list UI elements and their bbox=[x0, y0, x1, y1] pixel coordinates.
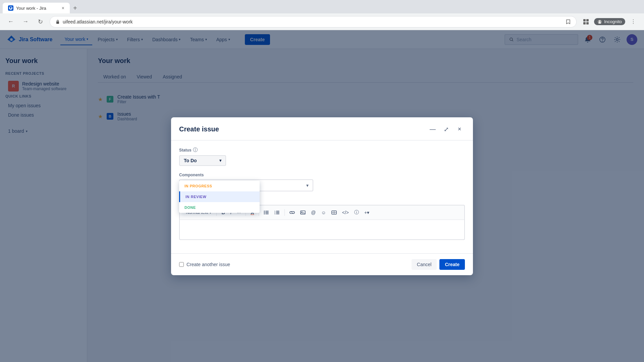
address-bar[interactable]: uifeed.atlassian.net/jira/your-work bbox=[50, 16, 577, 27]
svg-rect-16 bbox=[265, 212, 269, 213]
modal-header-actions: — ⤢ × bbox=[427, 124, 465, 135]
svg-text:3.: 3. bbox=[274, 213, 276, 215]
back-button[interactable]: ← bbox=[5, 16, 16, 27]
modal-title: Create issue bbox=[179, 125, 219, 133]
browser-actions: Incognito ⋮ bbox=[581, 16, 639, 27]
status-value: To Do bbox=[184, 158, 197, 163]
numbered-list-button[interactable]: 1.2.3. bbox=[272, 209, 282, 216]
cancel-button[interactable]: Cancel bbox=[412, 259, 437, 270]
modal-minimize-button[interactable]: — bbox=[427, 124, 438, 135]
svg-rect-20 bbox=[276, 211, 279, 212]
new-tab-button[interactable]: + bbox=[70, 3, 80, 13]
svg-rect-25 bbox=[301, 211, 305, 214]
svg-point-17 bbox=[264, 213, 265, 214]
bookmark-icon[interactable] bbox=[566, 19, 571, 24]
svg-rect-3 bbox=[586, 19, 589, 21]
incognito-label: Incognito bbox=[604, 19, 622, 24]
code-button[interactable]: </> bbox=[340, 208, 351, 217]
table-button[interactable] bbox=[329, 209, 339, 216]
create-another-label[interactable]: Create another issue bbox=[186, 262, 230, 267]
add-more-button[interactable]: +▾ bbox=[362, 208, 371, 217]
create-issue-modal: Create issue — ⤢ × Status ⓘ To Do ▾ bbox=[171, 117, 473, 275]
tab-favicon bbox=[8, 5, 13, 11]
svg-rect-18 bbox=[265, 214, 269, 214]
svg-rect-5 bbox=[586, 22, 589, 24]
incognito-badge: Incognito bbox=[594, 18, 625, 25]
svg-rect-1 bbox=[56, 21, 59, 24]
svg-point-13 bbox=[264, 210, 265, 212]
modal-footer: Create another issue Cancel Create bbox=[171, 253, 473, 275]
done-label: DONE bbox=[184, 205, 196, 209]
status-info-icon: ⓘ bbox=[193, 147, 198, 153]
create-another-input[interactable] bbox=[179, 262, 184, 267]
dropdown-item-in-review[interactable]: IN REVIEW bbox=[179, 191, 260, 202]
browser-tabs: Your work - Jira × + bbox=[0, 0, 644, 13]
tab-close-button[interactable]: × bbox=[62, 5, 64, 11]
modal-expand-button[interactable]: ⤢ bbox=[441, 124, 451, 135]
tab-title: Your work - Jira bbox=[16, 6, 46, 11]
lock-icon bbox=[55, 19, 60, 24]
modal-overlay[interactable]: Create issue — ⤢ × Status ⓘ To Do ▾ bbox=[0, 30, 644, 362]
status-label: Status ⓘ bbox=[179, 147, 465, 153]
svg-point-15 bbox=[264, 212, 265, 213]
components-label: Components bbox=[179, 173, 465, 177]
in-progress-label: IN PROGRESS bbox=[184, 184, 212, 188]
modal-close-button[interactable]: × bbox=[454, 124, 465, 135]
status-field: Status ⓘ To Do ▾ IN PROGRESS IN REVIEW bbox=[179, 147, 465, 166]
modal-footer-actions: Cancel Create bbox=[412, 259, 465, 270]
reload-button[interactable]: ↻ bbox=[35, 16, 46, 27]
svg-rect-22 bbox=[276, 212, 279, 213]
svg-rect-4 bbox=[583, 22, 586, 24]
extensions-button[interactable] bbox=[581, 16, 591, 27]
svg-rect-2 bbox=[583, 19, 586, 21]
address-text: uifeed.atlassian.net/jira/your-work bbox=[63, 19, 133, 24]
components-label-text: Components bbox=[179, 173, 204, 177]
status-dropdown-button[interactable]: To Do ▾ bbox=[179, 155, 226, 166]
modal-header: Create issue — ⤢ × bbox=[171, 117, 473, 140]
more-options-button[interactable]: ⋮ bbox=[628, 16, 639, 27]
link-button[interactable] bbox=[287, 209, 297, 216]
info-button[interactable]: ⓘ bbox=[352, 208, 361, 217]
bullet-list-button[interactable] bbox=[262, 209, 271, 216]
in-review-label: IN REVIEW bbox=[185, 195, 206, 199]
toolbar-separator-4 bbox=[284, 209, 285, 216]
description-content[interactable] bbox=[179, 220, 465, 240]
status-dropdown-menu: IN PROGRESS IN REVIEW DONE bbox=[179, 181, 260, 213]
submit-create-button[interactable]: Create bbox=[439, 259, 465, 270]
svg-rect-14 bbox=[265, 211, 269, 212]
browser-toolbar: ← → ↻ uifeed.atlassian.net/jira/your-wor… bbox=[0, 13, 644, 30]
dropdown-item-done[interactable]: DONE bbox=[179, 202, 260, 213]
status-label-text: Status bbox=[179, 148, 192, 153]
mention-button[interactable]: @ bbox=[309, 208, 318, 217]
svg-point-7 bbox=[599, 20, 600, 22]
browser-tab-active[interactable]: Your work - Jira × bbox=[3, 3, 70, 13]
dropdown-item-in-progress[interactable]: IN PROGRESS bbox=[179, 181, 260, 191]
browser-chrome: Your work - Jira × + ← → ↻ uifeed.atlass… bbox=[0, 0, 644, 30]
components-chevron-icon: ▾ bbox=[306, 183, 309, 188]
status-chevron-icon: ▾ bbox=[219, 158, 221, 163]
forward-button[interactable]: → bbox=[20, 16, 31, 27]
image-button[interactable] bbox=[298, 209, 308, 216]
emoji-button[interactable]: ☺ bbox=[319, 208, 328, 217]
svg-rect-24 bbox=[276, 214, 279, 214]
create-another-checkbox[interactable]: Create another issue bbox=[179, 262, 230, 267]
modal-body: Status ⓘ To Do ▾ IN PROGRESS IN REVIEW bbox=[171, 140, 473, 253]
